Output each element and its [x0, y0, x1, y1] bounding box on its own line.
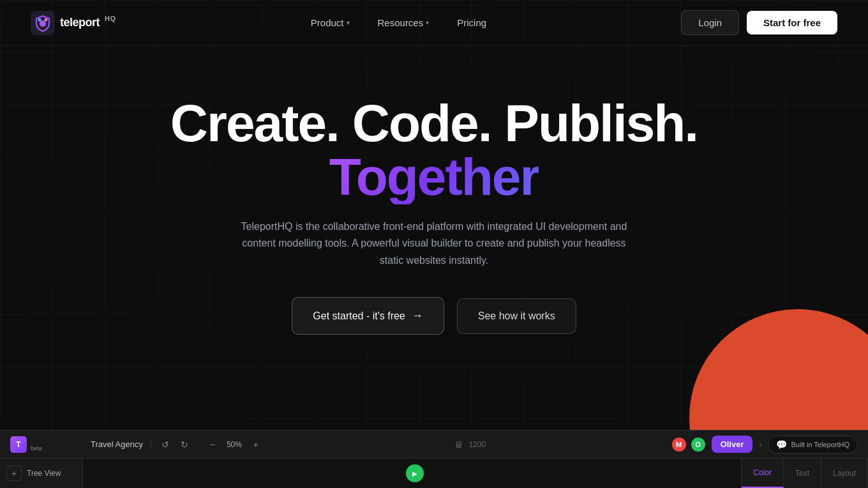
hero-section: Create. Code. Publish. Together Teleport… — [0, 46, 868, 335]
zoom-value: 50% — [224, 440, 244, 449]
login-button[interactable]: Login — [681, 10, 739, 35]
see-how-button[interactable]: See how it works — [457, 298, 576, 334]
panel-canvas[interactable]: ▶ — [83, 459, 741, 488]
get-started-button[interactable]: Get started - it's free → — [292, 297, 444, 335]
svg-point-2 — [38, 18, 41, 21]
editor-undo-redo: ↺ ↻ — [151, 436, 198, 454]
tab-color[interactable]: Color — [742, 459, 784, 488]
editor-bottom-panel: + Tree View ▶ Color Text Layout — [0, 459, 868, 488]
oliver-button[interactable]: Oliver — [712, 436, 753, 453]
logo-icon — [31, 11, 55, 35]
built-in-label: Built in TeleportHQ — [791, 441, 849, 448]
editor-logo-icon: T — [10, 436, 27, 453]
hero-subtitle: TeleportHQ is the collaborative front-en… — [236, 218, 632, 269]
undo-button[interactable]: ↺ — [156, 436, 174, 454]
resources-chevron: ▾ — [426, 19, 429, 26]
avatar-m: M — [671, 436, 687, 453]
redo-button[interactable]: ↻ — [176, 436, 193, 454]
editor-beta-label: beta — [31, 445, 42, 452]
tree-view-label: Tree View — [27, 469, 61, 478]
start-free-button[interactable]: Start for free — [747, 11, 837, 34]
tab-layout[interactable]: Layout — [821, 459, 868, 488]
navigation: teleport HQ Product ▾ Resources ▾ Pricin… — [0, 0, 868, 46]
panel-collapse-button[interactable]: ‹ — [752, 437, 768, 452]
hero-buttons: Get started - it's free → See how it wor… — [292, 297, 576, 335]
panel-right-tabs: Color Text Layout — [741, 459, 868, 488]
logo-text: teleport — [60, 16, 100, 29]
svg-point-3 — [45, 18, 48, 21]
hero-title-line2: Together — [329, 149, 539, 204]
editor-logo-area: T beta — [5, 436, 88, 453]
tab-text[interactable]: Text — [784, 459, 821, 488]
editor-viewport-center: 🖥 1200 — [270, 439, 671, 450]
add-tree-item-button[interactable]: + — [6, 466, 22, 481]
svg-point-1 — [40, 20, 46, 27]
nav-pricing[interactable]: Pricing — [445, 12, 498, 33]
arrow-right-icon: → — [412, 309, 423, 323]
nav-actions: Login Start for free — [681, 10, 837, 35]
editor-toolbar: T beta Travel Agency ↺ ↻ − 50% + 🖥 1200 … — [0, 431, 868, 459]
zoom-in-button[interactable]: + — [247, 436, 265, 454]
editor-zoom: − 50% + — [198, 436, 270, 454]
nav-resources[interactable]: Resources ▾ — [366, 12, 441, 33]
editor-bar: T beta Travel Agency ↺ ↻ − 50% + 🖥 1200 … — [0, 430, 868, 488]
editor-project-name[interactable]: Travel Agency — [91, 439, 151, 449]
play-button[interactable]: ▶ — [406, 464, 424, 482]
logo-hq: HQ — [105, 15, 116, 22]
viewport-width: 1200 — [468, 440, 486, 449]
built-in-badge: 💬 Built in TeleportHQ — [768, 436, 858, 454]
nav-product[interactable]: Product ▾ — [299, 12, 361, 33]
avatar-o: O — [690, 436, 707, 453]
monitor-icon: 🖥 — [454, 439, 463, 450]
product-chevron: ▾ — [347, 19, 350, 26]
teleport-mini-icon: 💬 — [776, 439, 787, 450]
editor-users: M O — [671, 436, 707, 453]
hero-title-line1: Create. Code. Publish. — [170, 97, 698, 149]
panel-left: + Tree View — [0, 459, 83, 488]
nav-links: Product ▾ Resources ▾ Pricing — [299, 12, 498, 33]
zoom-out-button[interactable]: − — [204, 436, 221, 454]
logo-link[interactable]: teleport HQ — [31, 11, 116, 35]
